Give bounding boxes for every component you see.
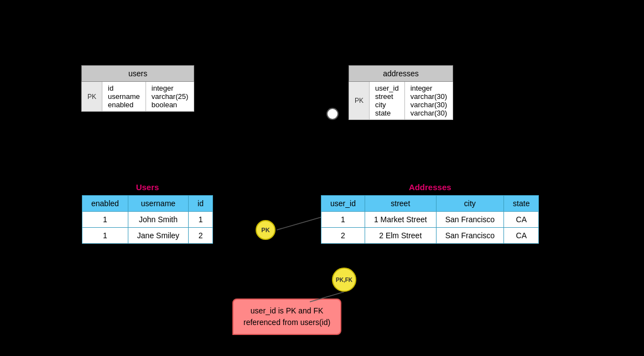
addr2-state: CA	[504, 228, 539, 244]
addr1-street: 1 Market Street	[365, 212, 436, 228]
addr-col-userid: user_id	[321, 196, 365, 212]
addresses-section-title: Addresses	[321, 182, 539, 192]
tooltip-box: user_id is PK and FK referenced from use…	[232, 299, 341, 335]
tooltip-line2: referenced from users(id)	[243, 318, 330, 327]
users-data-table: enabled username id 1 John Smith 1 1 Jan…	[82, 195, 213, 244]
erd-addresses-pk: PK	[349, 82, 370, 120]
addresses-data-section: Addresses user_id street city state 1 1 …	[321, 182, 539, 244]
user2-id: 2	[189, 228, 213, 244]
user1-enabled: 1	[82, 212, 128, 228]
addr-col-city: city	[436, 196, 503, 212]
users-data-section: Users enabled username id 1 John Smith 1…	[82, 182, 213, 244]
pk-badge: PK	[256, 220, 276, 240]
users-col-username: username	[128, 196, 188, 212]
table-row: 1 Jane Smiley 2	[82, 228, 213, 244]
users-col-id: id	[189, 196, 213, 212]
addr2-street: 2 Elm Street	[365, 228, 436, 244]
erd-users-title: users	[82, 66, 194, 82]
addr1-state: CA	[504, 212, 539, 228]
relation-symbol	[326, 108, 339, 120]
user1-username: John Smith	[128, 212, 188, 228]
addr1-city: San Francisco	[436, 212, 503, 228]
tooltip-line1: user_id is PK and FK	[251, 306, 324, 315]
user2-username: Jane Smiley	[128, 228, 188, 244]
erd-users-table: users PK idusernameenabled integervarcha…	[81, 65, 194, 112]
erd-addresses-field-names: user_idstreetcitystate	[370, 82, 405, 120]
erd-addresses-field-types: integervarchar(30)varchar(30)varchar(30)	[404, 82, 453, 120]
erd-addresses-table: addresses PK user_idstreetcitystate inte…	[349, 65, 453, 120]
table-row: 1 John Smith 1	[82, 212, 213, 228]
users-col-enabled: enabled	[82, 196, 128, 212]
addresses-data-table: user_id street city state 1 1 Market Str…	[321, 195, 539, 244]
user1-id: 1	[189, 212, 213, 228]
addr1-userid: 1	[321, 212, 365, 228]
svg-line-0	[277, 217, 321, 230]
users-section-title: Users	[82, 182, 213, 192]
pkfk-badge: PK,FK	[332, 268, 356, 292]
erd-users-pk: PK	[82, 82, 102, 112]
addr2-userid: 2	[321, 228, 365, 244]
table-row: 2 2 Elm Street San Francisco CA	[321, 228, 539, 244]
erd-addresses-title: addresses	[349, 66, 453, 82]
addr-col-street: street	[365, 196, 436, 212]
addr-col-state: state	[504, 196, 539, 212]
erd-users-field-id-name: idusernameenabled	[102, 82, 146, 112]
erd-users-field-id-type: integervarchar(25)boolean	[146, 82, 194, 112]
addr2-city: San Francisco	[436, 228, 503, 244]
table-row: 1 1 Market Street San Francisco CA	[321, 212, 539, 228]
user2-enabled: 1	[82, 228, 128, 244]
